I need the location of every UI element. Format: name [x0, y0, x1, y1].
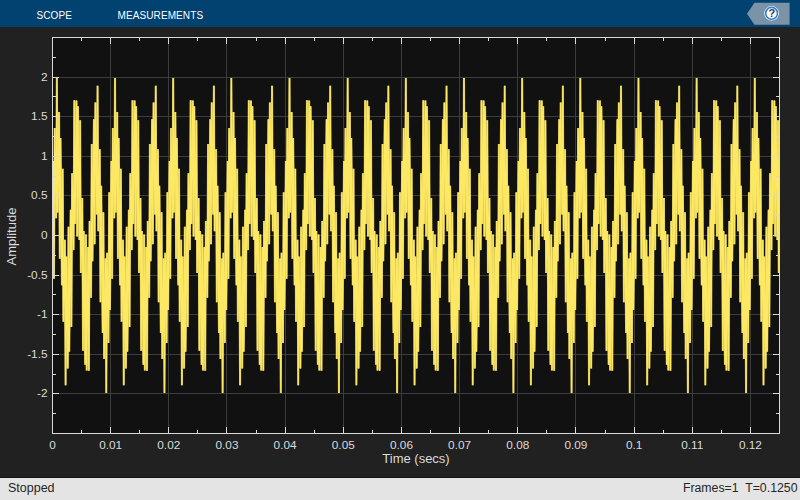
svg-text:0: 0 [41, 228, 48, 242]
svg-text:?: ? [768, 7, 775, 19]
svg-text:0.11: 0.11 [681, 438, 703, 452]
svg-text:0: 0 [49, 438, 56, 452]
svg-text:0.1: 0.1 [626, 438, 642, 452]
svg-text:Time (secs): Time (secs) [382, 451, 449, 466]
svg-text:0.01: 0.01 [99, 438, 122, 452]
svg-text:0.02: 0.02 [157, 438, 180, 452]
svg-text:-1: -1 [37, 307, 48, 321]
svg-text:1.5: 1.5 [31, 109, 48, 123]
svg-text:0.03: 0.03 [216, 438, 239, 452]
svg-text:0.12: 0.12 [739, 438, 762, 452]
svg-text:Amplitude: Amplitude [4, 208, 19, 266]
svg-text:2: 2 [41, 70, 48, 84]
svg-text:-1.5: -1.5 [27, 347, 48, 361]
svg-text:0.09: 0.09 [564, 438, 587, 452]
svg-text:0.05: 0.05 [332, 438, 355, 452]
svg-text:0.5: 0.5 [31, 188, 48, 202]
svg-text:0.06: 0.06 [390, 438, 413, 452]
svg-text:-0.5: -0.5 [27, 268, 48, 282]
svg-text:0.08: 0.08 [506, 438, 529, 452]
svg-text:-2: -2 [37, 386, 48, 400]
svg-text:0.07: 0.07 [448, 438, 471, 452]
svg-text:1: 1 [41, 149, 48, 163]
svg-text:0.04: 0.04 [274, 438, 297, 452]
